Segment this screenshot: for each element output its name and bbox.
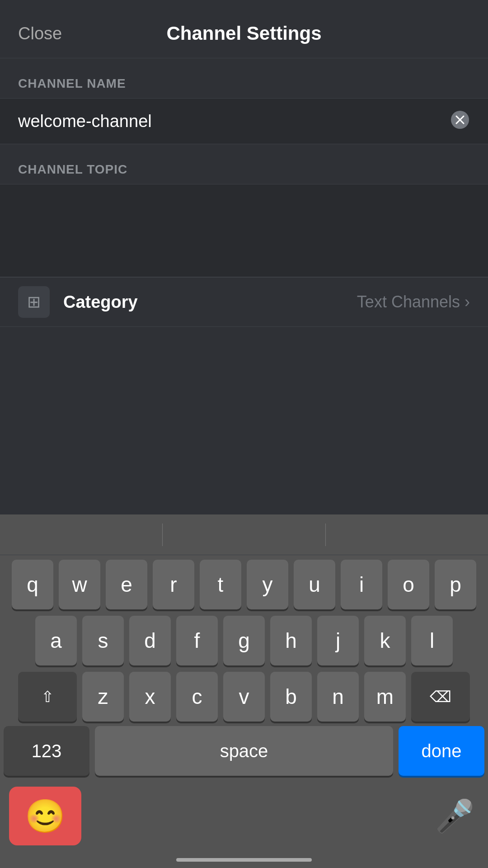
key-s[interactable]: s: [82, 616, 124, 665]
key-d[interactable]: d: [129, 616, 171, 665]
key-b[interactable]: b: [270, 672, 312, 722]
category-row[interactable]: ⊞ Category Text Channels ›: [0, 277, 488, 327]
channel-topic-label: CHANNEL TOPIC: [0, 144, 488, 184]
category-icon-container: ⊞: [18, 286, 50, 318]
key-y[interactable]: y: [247, 560, 288, 609]
category-label: Category: [63, 292, 357, 312]
keyboard-row-2: a s d f g h j k l: [4, 616, 484, 665]
key-m[interactable]: m: [364, 672, 406, 722]
key-a[interactable]: a: [35, 616, 77, 665]
key-shift[interactable]: ⇧: [18, 672, 77, 722]
channel-topic-section: CHANNEL TOPIC: [0, 144, 488, 277]
key-o[interactable]: o: [388, 560, 429, 609]
channel-name-section: CHANNEL NAME: [0, 58, 488, 144]
autocomplete-bar: [0, 514, 488, 555]
autocomplete-divider-2: [325, 524, 326, 546]
emoji-icon: 😊: [25, 800, 66, 832]
key-r[interactable]: r: [153, 560, 194, 609]
key-q[interactable]: q: [12, 560, 53, 609]
emoji-mic-bar: 😊 🎤: [0, 782, 488, 854]
chevron-right-icon: ›: [465, 292, 470, 311]
channel-name-input-row: [0, 99, 488, 144]
close-button[interactable]: Close: [18, 24, 62, 43]
microphone-button[interactable]: 🎤: [431, 793, 479, 839]
key-x[interactable]: x: [129, 672, 171, 722]
key-h[interactable]: h: [270, 616, 312, 665]
clear-icon: [450, 110, 470, 130]
emoji-button[interactable]: 😊: [9, 787, 81, 845]
key-space[interactable]: space: [95, 726, 393, 776]
key-n[interactable]: n: [317, 672, 359, 722]
key-numbers[interactable]: 123: [4, 726, 89, 776]
channel-topic-input-area: [0, 184, 488, 277]
channel-name-input[interactable]: [18, 112, 450, 131]
key-k[interactable]: k: [364, 616, 406, 665]
key-backspace[interactable]: ⌫: [411, 672, 470, 722]
microphone-icon: 🎤: [435, 798, 474, 834]
autocomplete-divider-1: [162, 524, 163, 546]
channel-topic-input[interactable]: [18, 198, 470, 261]
key-p[interactable]: p: [435, 560, 476, 609]
key-j[interactable]: j: [317, 616, 359, 665]
key-w[interactable]: w: [59, 560, 100, 609]
keyboard-bottom-row: 123 space done: [0, 726, 488, 782]
header: Close Channel Settings: [0, 0, 488, 58]
keyboard: q w e r t y u i o p a s d f g h j k l ⇧ …: [0, 514, 488, 868]
category-value: Text Channels: [357, 292, 460, 311]
keyboard-row-3: ⇧ z x c v b n m ⌫: [4, 672, 484, 722]
keyboard-row-1: q w e r t y u i o p: [4, 560, 484, 609]
page-title: Channel Settings: [166, 23, 321, 44]
home-indicator: [176, 858, 312, 862]
key-z[interactable]: z: [82, 672, 124, 722]
key-l[interactable]: l: [411, 616, 453, 665]
key-f[interactable]: f: [176, 616, 218, 665]
key-u[interactable]: u: [294, 560, 335, 609]
channel-name-label: CHANNEL NAME: [0, 58, 488, 98]
key-t[interactable]: t: [200, 560, 241, 609]
key-i[interactable]: i: [341, 560, 382, 609]
key-rows: q w e r t y u i o p a s d f g h j k l ⇧ …: [0, 555, 488, 722]
key-e[interactable]: e: [106, 560, 147, 609]
folder-plus-icon: ⊞: [27, 292, 41, 311]
key-c[interactable]: c: [176, 672, 218, 722]
key-v[interactable]: v: [223, 672, 265, 722]
key-g[interactable]: g: [223, 616, 265, 665]
clear-input-button[interactable]: [450, 110, 470, 133]
key-done[interactable]: done: [399, 726, 484, 776]
